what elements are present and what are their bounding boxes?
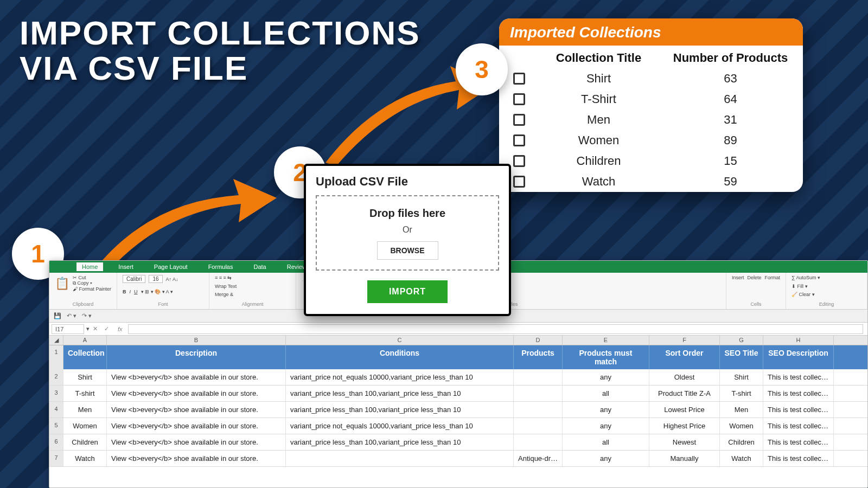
table-row[interactable]: 3T-shirtView <b>every</b> shoe available… [49, 386, 867, 402]
col-title-header: Collection Title [533, 51, 665, 65]
formula-input[interactable] [128, 324, 863, 334]
ribbon-cells: Insert Delete Format Cells [726, 273, 786, 309]
headline-line-1: IMPORT COLLECTIONS [20, 14, 420, 52]
checkbox[interactable] [513, 73, 525, 85]
upload-csv-modal: Upload CSV File Drop files here Or BROWS… [304, 164, 511, 316]
dropzone[interactable]: Drop files here Or BROWSE [316, 195, 499, 271]
list-item: T-Shirt64 [499, 89, 803, 110]
format-painter-button[interactable]: 🖌 Format Painter [73, 286, 111, 292]
formula-bar: I17 ▾ ✕ ✓ fx [49, 323, 867, 336]
table-row[interactable]: 5WomenView <b>every</b> shoe available i… [49, 418, 867, 434]
headline-line-2: VIA CSV FILE [20, 49, 248, 87]
browse-button[interactable]: BROWSE [377, 241, 438, 260]
table-row[interactable]: 7WatchView <b>every</b> shoe available i… [49, 451, 867, 467]
sheet-body: 2ShirtView <b>every</b> shoe available i… [49, 369, 867, 467]
collections-headers: Collection Title Number of Products [499, 46, 803, 68]
list-item: Watch59 [499, 171, 803, 192]
col-count-header: Number of Products [665, 51, 796, 65]
fx-icon[interactable]: fx [112, 326, 128, 332]
sheet-header-row: 1 Collection Description Conditions Prod… [49, 345, 867, 369]
imported-collections-panel: Imported Collections Collection Title Nu… [499, 18, 803, 192]
name-box[interactable]: I17 [52, 324, 84, 334]
format-cell[interactable]: Format [764, 275, 780, 280]
table-row[interactable]: 4MenView <b>every</b> shoe available in … [49, 402, 867, 418]
imported-collections-title: Imported Collections [499, 18, 803, 46]
list-item: Shirt63 [499, 68, 803, 89]
upload-title: Upload CSV File [316, 175, 499, 189]
checkbox[interactable] [513, 134, 525, 146]
checkbox[interactable] [513, 155, 525, 167]
font-name[interactable]: Calibri [123, 275, 145, 283]
tab-home[interactable]: Home [76, 262, 103, 271]
checkbox[interactable] [513, 176, 525, 188]
table-row[interactable]: 2ShirtView <b>every</b> shoe available i… [49, 369, 867, 386]
dropzone-label: Drop files here [322, 207, 493, 220]
ribbon-clipboard: 📋 ✂ Cut ⧉ Copy ▾ 🖌 Format Painter Clipbo… [49, 273, 117, 309]
dropzone-or: Or [322, 225, 493, 235]
ribbon-editing: ∑ AutoSum ▾ ⬇ Fill ▾ 🧹 Clear ▾ Editing [786, 273, 867, 309]
undo-icon[interactable]: ↶ ▾ [67, 312, 76, 319]
redo-icon[interactable]: ↷ ▾ [82, 312, 92, 319]
checkbox[interactable] [513, 114, 525, 126]
font-size[interactable]: 16 [149, 275, 162, 283]
save-icon[interactable]: 💾 [54, 312, 61, 319]
cut-button[interactable]: ✂ Cut [73, 275, 111, 280]
merge-center[interactable]: Merge & [215, 292, 290, 297]
copy-button[interactable]: ⧉ Copy ▾ [73, 280, 111, 286]
tab-data[interactable]: Data [248, 262, 271, 271]
table-row[interactable]: 6ChildrenView <b>every</b> shoe availabl… [49, 434, 867, 451]
list-item: Children15 [499, 151, 803, 171]
wrap-text[interactable]: Wrap Text [215, 284, 290, 289]
import-button[interactable]: IMPORT [367, 280, 448, 303]
column-letters: ◢ABCDEFGH [49, 336, 867, 345]
tab-insert[interactable]: Insert [113, 262, 139, 271]
paste-icon[interactable]: 📋 [55, 277, 69, 291]
step-badge-3: 3 [456, 43, 508, 95]
ribbon-font: Calibri 16 A↑ A↓ B I U ▾ ⊞ ▾ 🎨 ▾ A ▾ Fon… [117, 273, 209, 309]
insert-cell[interactable]: Insert [732, 275, 744, 280]
tab-page-layout[interactable]: Page Layout [149, 262, 193, 271]
checkbox[interactable] [513, 93, 525, 105]
ribbon-alignment: ≡ ≡ ≡ ⇆ Wrap Text Merge & Alignment [209, 273, 296, 309]
tab-formulas[interactable]: Formulas [203, 262, 239, 271]
delete-cell[interactable]: Delete [747, 275, 761, 280]
list-item: Women89 [499, 130, 803, 151]
list-item: Men31 [499, 110, 803, 130]
